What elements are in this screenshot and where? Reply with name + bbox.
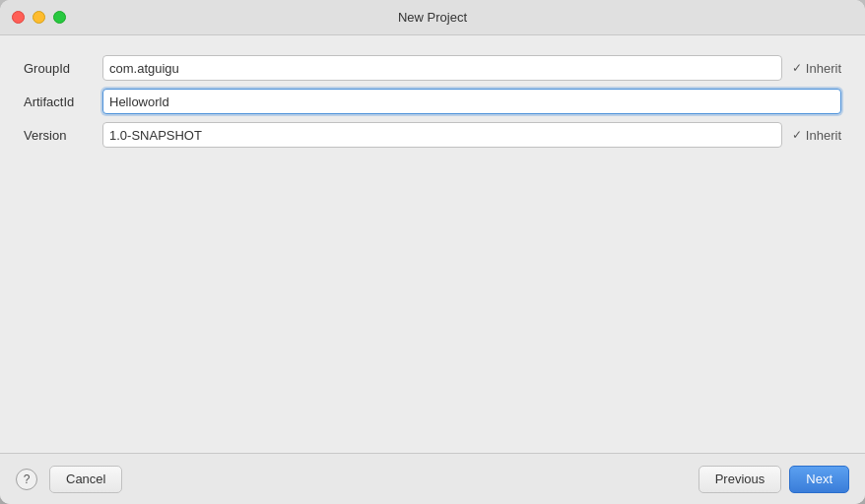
groupid-inherit-label: Inherit [806, 61, 841, 76]
bottom-bar: ? Cancel Previous Next [0, 453, 865, 504]
title-bar: New Project [0, 0, 865, 35]
version-label: Version [24, 128, 102, 143]
cancel-button[interactable]: Cancel [49, 466, 122, 493]
artifactid-row: ArtifactId [24, 89, 841, 114]
form-area: GroupId ✓ Inherit ArtifactId Version [24, 55, 841, 156]
version-inherit[interactable]: ✓ Inherit [792, 128, 841, 143]
dialog-title: New Project [398, 10, 467, 25]
groupid-row: GroupId ✓ Inherit [24, 55, 841, 81]
artifactid-label: ArtifactId [24, 94, 102, 109]
traffic-lights [12, 11, 66, 24]
version-input-wrap: ✓ Inherit [102, 122, 841, 148]
content-spacer [24, 156, 841, 433]
groupid-input-wrap: ✓ Inherit [102, 55, 841, 81]
artifactid-input[interactable] [102, 89, 841, 114]
close-button[interactable] [12, 11, 25, 24]
bottom-left: ? Cancel [16, 466, 122, 493]
version-row: Version ✓ Inherit [24, 122, 841, 148]
version-inherit-check-icon: ✓ [792, 128, 802, 142]
minimize-button[interactable] [33, 11, 45, 24]
groupid-label: GroupId [24, 61, 102, 76]
previous-button[interactable]: Previous [699, 466, 782, 493]
maximize-button[interactable] [53, 11, 66, 24]
inherit-check-icon: ✓ [792, 61, 802, 75]
version-inherit-label: Inherit [806, 128, 841, 143]
new-project-dialog: New Project GroupId ✓ Inherit ArtifactId [0, 0, 865, 504]
groupid-input[interactable] [102, 55, 782, 81]
next-button[interactable]: Next [789, 466, 849, 493]
version-input[interactable] [102, 122, 782, 148]
artifactid-input-wrap [102, 89, 841, 114]
bottom-right: Previous Next [699, 466, 849, 493]
groupid-inherit[interactable]: ✓ Inherit [792, 61, 841, 76]
dialog-content: GroupId ✓ Inherit ArtifactId Version [0, 35, 865, 453]
help-button[interactable]: ? [16, 469, 37, 490]
